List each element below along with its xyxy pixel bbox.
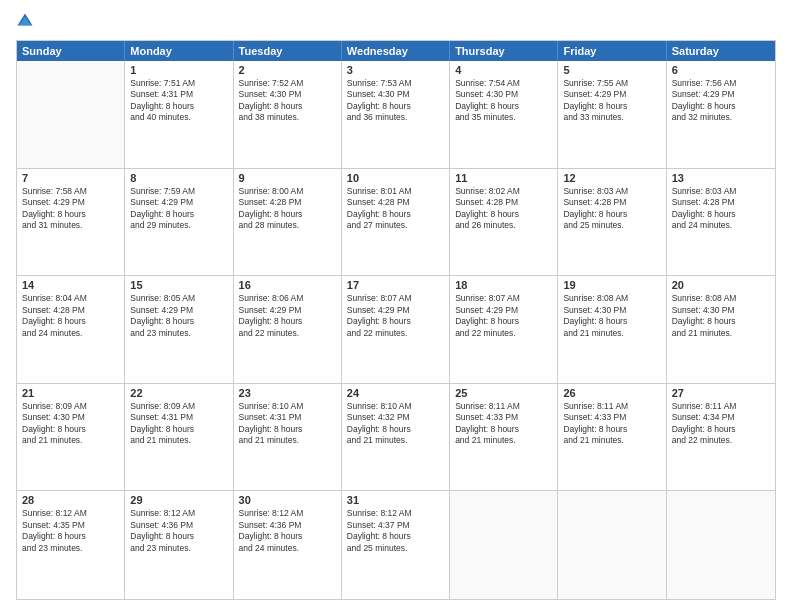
day-number: 6 bbox=[672, 64, 770, 76]
cell-info: Sunrise: 7:53 AM Sunset: 4:30 PM Dayligh… bbox=[347, 78, 444, 124]
day-number: 29 bbox=[130, 494, 227, 506]
header-day-wednesday: Wednesday bbox=[342, 41, 450, 61]
cell-info: Sunrise: 8:05 AM Sunset: 4:29 PM Dayligh… bbox=[130, 293, 227, 339]
calendar-cell: 17Sunrise: 8:07 AM Sunset: 4:29 PM Dayli… bbox=[342, 276, 450, 383]
calendar-cell: 14Sunrise: 8:04 AM Sunset: 4:28 PM Dayli… bbox=[17, 276, 125, 383]
cell-info: Sunrise: 8:12 AM Sunset: 4:36 PM Dayligh… bbox=[130, 508, 227, 554]
calendar-cell bbox=[450, 491, 558, 599]
cell-info: Sunrise: 8:03 AM Sunset: 4:28 PM Dayligh… bbox=[672, 186, 770, 232]
day-number: 21 bbox=[22, 387, 119, 399]
day-number: 5 bbox=[563, 64, 660, 76]
cell-info: Sunrise: 8:08 AM Sunset: 4:30 PM Dayligh… bbox=[672, 293, 770, 339]
day-number: 17 bbox=[347, 279, 444, 291]
calendar-cell: 2Sunrise: 7:52 AM Sunset: 4:30 PM Daylig… bbox=[234, 61, 342, 168]
calendar-row: 21Sunrise: 8:09 AM Sunset: 4:30 PM Dayli… bbox=[17, 384, 775, 492]
cell-info: Sunrise: 8:01 AM Sunset: 4:28 PM Dayligh… bbox=[347, 186, 444, 232]
header-day-sunday: Sunday bbox=[17, 41, 125, 61]
calendar-cell bbox=[667, 491, 775, 599]
cell-info: Sunrise: 8:04 AM Sunset: 4:28 PM Dayligh… bbox=[22, 293, 119, 339]
cell-info: Sunrise: 7:52 AM Sunset: 4:30 PM Dayligh… bbox=[239, 78, 336, 124]
cell-info: Sunrise: 8:00 AM Sunset: 4:28 PM Dayligh… bbox=[239, 186, 336, 232]
cell-info: Sunrise: 8:06 AM Sunset: 4:29 PM Dayligh… bbox=[239, 293, 336, 339]
calendar-cell: 26Sunrise: 8:11 AM Sunset: 4:33 PM Dayli… bbox=[558, 384, 666, 491]
calendar-cell: 21Sunrise: 8:09 AM Sunset: 4:30 PM Dayli… bbox=[17, 384, 125, 491]
header-day-saturday: Saturday bbox=[667, 41, 775, 61]
logo bbox=[16, 12, 37, 30]
day-number: 10 bbox=[347, 172, 444, 184]
day-number: 16 bbox=[239, 279, 336, 291]
cell-info: Sunrise: 8:11 AM Sunset: 4:34 PM Dayligh… bbox=[672, 401, 770, 447]
day-number: 1 bbox=[130, 64, 227, 76]
day-number: 22 bbox=[130, 387, 227, 399]
cell-info: Sunrise: 8:07 AM Sunset: 4:29 PM Dayligh… bbox=[455, 293, 552, 339]
day-number: 30 bbox=[239, 494, 336, 506]
calendar-cell: 11Sunrise: 8:02 AM Sunset: 4:28 PM Dayli… bbox=[450, 169, 558, 276]
calendar-cell bbox=[17, 61, 125, 168]
cell-info: Sunrise: 8:09 AM Sunset: 4:31 PM Dayligh… bbox=[130, 401, 227, 447]
header-day-friday: Friday bbox=[558, 41, 666, 61]
calendar-cell: 5Sunrise: 7:55 AM Sunset: 4:29 PM Daylig… bbox=[558, 61, 666, 168]
calendar-cell: 31Sunrise: 8:12 AM Sunset: 4:37 PM Dayli… bbox=[342, 491, 450, 599]
day-number: 2 bbox=[239, 64, 336, 76]
day-number: 27 bbox=[672, 387, 770, 399]
cell-info: Sunrise: 7:54 AM Sunset: 4:30 PM Dayligh… bbox=[455, 78, 552, 124]
calendar-row: 7Sunrise: 7:58 AM Sunset: 4:29 PM Daylig… bbox=[17, 169, 775, 277]
calendar-cell: 3Sunrise: 7:53 AM Sunset: 4:30 PM Daylig… bbox=[342, 61, 450, 168]
calendar-cell: 4Sunrise: 7:54 AM Sunset: 4:30 PM Daylig… bbox=[450, 61, 558, 168]
calendar-cell: 13Sunrise: 8:03 AM Sunset: 4:28 PM Dayli… bbox=[667, 169, 775, 276]
header-day-monday: Monday bbox=[125, 41, 233, 61]
logo-icon bbox=[16, 12, 34, 30]
cell-info: Sunrise: 8:09 AM Sunset: 4:30 PM Dayligh… bbox=[22, 401, 119, 447]
day-number: 7 bbox=[22, 172, 119, 184]
day-number: 12 bbox=[563, 172, 660, 184]
calendar-cell: 24Sunrise: 8:10 AM Sunset: 4:32 PM Dayli… bbox=[342, 384, 450, 491]
calendar-cell bbox=[558, 491, 666, 599]
cell-info: Sunrise: 7:58 AM Sunset: 4:29 PM Dayligh… bbox=[22, 186, 119, 232]
cell-info: Sunrise: 8:07 AM Sunset: 4:29 PM Dayligh… bbox=[347, 293, 444, 339]
day-number: 8 bbox=[130, 172, 227, 184]
day-number: 18 bbox=[455, 279, 552, 291]
cell-info: Sunrise: 8:11 AM Sunset: 4:33 PM Dayligh… bbox=[455, 401, 552, 447]
day-number: 26 bbox=[563, 387, 660, 399]
day-number: 20 bbox=[672, 279, 770, 291]
cell-info: Sunrise: 8:02 AM Sunset: 4:28 PM Dayligh… bbox=[455, 186, 552, 232]
header bbox=[16, 12, 776, 30]
calendar-cell: 1Sunrise: 7:51 AM Sunset: 4:31 PM Daylig… bbox=[125, 61, 233, 168]
cell-info: Sunrise: 7:51 AM Sunset: 4:31 PM Dayligh… bbox=[130, 78, 227, 124]
calendar: SundayMondayTuesdayWednesdayThursdayFrid… bbox=[16, 40, 776, 600]
header-day-thursday: Thursday bbox=[450, 41, 558, 61]
calendar-body: 1Sunrise: 7:51 AM Sunset: 4:31 PM Daylig… bbox=[17, 61, 775, 599]
day-number: 14 bbox=[22, 279, 119, 291]
cell-info: Sunrise: 7:56 AM Sunset: 4:29 PM Dayligh… bbox=[672, 78, 770, 124]
calendar-cell: 22Sunrise: 8:09 AM Sunset: 4:31 PM Dayli… bbox=[125, 384, 233, 491]
calendar-row: 1Sunrise: 7:51 AM Sunset: 4:31 PM Daylig… bbox=[17, 61, 775, 169]
cell-info: Sunrise: 8:11 AM Sunset: 4:33 PM Dayligh… bbox=[563, 401, 660, 447]
day-number: 9 bbox=[239, 172, 336, 184]
day-number: 19 bbox=[563, 279, 660, 291]
cell-info: Sunrise: 8:08 AM Sunset: 4:30 PM Dayligh… bbox=[563, 293, 660, 339]
calendar-cell: 6Sunrise: 7:56 AM Sunset: 4:29 PM Daylig… bbox=[667, 61, 775, 168]
day-number: 4 bbox=[455, 64, 552, 76]
cell-info: Sunrise: 8:10 AM Sunset: 4:31 PM Dayligh… bbox=[239, 401, 336, 447]
day-number: 11 bbox=[455, 172, 552, 184]
cell-info: Sunrise: 7:55 AM Sunset: 4:29 PM Dayligh… bbox=[563, 78, 660, 124]
calendar-cell: 18Sunrise: 8:07 AM Sunset: 4:29 PM Dayli… bbox=[450, 276, 558, 383]
day-number: 31 bbox=[347, 494, 444, 506]
cell-info: Sunrise: 8:12 AM Sunset: 4:35 PM Dayligh… bbox=[22, 508, 119, 554]
day-number: 15 bbox=[130, 279, 227, 291]
cell-info: Sunrise: 8:03 AM Sunset: 4:28 PM Dayligh… bbox=[563, 186, 660, 232]
calendar-cell: 29Sunrise: 8:12 AM Sunset: 4:36 PM Dayli… bbox=[125, 491, 233, 599]
calendar-cell: 27Sunrise: 8:11 AM Sunset: 4:34 PM Dayli… bbox=[667, 384, 775, 491]
cell-info: Sunrise: 8:12 AM Sunset: 4:37 PM Dayligh… bbox=[347, 508, 444, 554]
page: SundayMondayTuesdayWednesdayThursdayFrid… bbox=[0, 0, 792, 612]
cell-info: Sunrise: 8:12 AM Sunset: 4:36 PM Dayligh… bbox=[239, 508, 336, 554]
day-number: 24 bbox=[347, 387, 444, 399]
calendar-cell: 9Sunrise: 8:00 AM Sunset: 4:28 PM Daylig… bbox=[234, 169, 342, 276]
calendar-header: SundayMondayTuesdayWednesdayThursdayFrid… bbox=[17, 41, 775, 61]
cell-info: Sunrise: 8:10 AM Sunset: 4:32 PM Dayligh… bbox=[347, 401, 444, 447]
day-number: 25 bbox=[455, 387, 552, 399]
calendar-cell: 15Sunrise: 8:05 AM Sunset: 4:29 PM Dayli… bbox=[125, 276, 233, 383]
calendar-cell: 10Sunrise: 8:01 AM Sunset: 4:28 PM Dayli… bbox=[342, 169, 450, 276]
calendar-row: 14Sunrise: 8:04 AM Sunset: 4:28 PM Dayli… bbox=[17, 276, 775, 384]
calendar-cell: 25Sunrise: 8:11 AM Sunset: 4:33 PM Dayli… bbox=[450, 384, 558, 491]
